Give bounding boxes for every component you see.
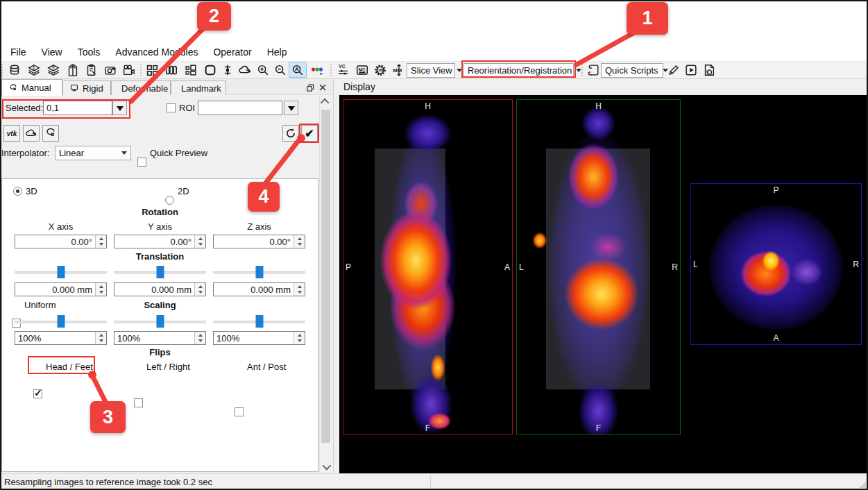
slice-view-combo[interactable]: Slice View [407, 63, 455, 78]
axial-view[interactable]: P L R A [690, 183, 862, 345]
translation-x-spinbox[interactable]: 0.000 mm [15, 282, 107, 296]
spin-down-button[interactable] [96, 289, 106, 296]
operator-scrollbar[interactable] [319, 96, 332, 472]
layers-add-icon[interactable]: + [44, 62, 62, 78]
spin-up-button[interactable] [294, 283, 305, 289]
translation-x-slider[interactable] [15, 266, 107, 278]
spin-down-button[interactable] [195, 242, 205, 248]
menu-view[interactable]: View [34, 44, 70, 60]
spin-up-button[interactable] [294, 332, 305, 338]
menu-tools[interactable]: Tools [70, 44, 108, 60]
crosshair-tool-icon[interactable] [219, 62, 237, 78]
apply-check-button[interactable]: ✔ [301, 125, 318, 142]
data-manager-icon[interactable] [6, 62, 24, 78]
scrollbar-thumb[interactable] [321, 110, 330, 443]
close-panel-icon[interactable] [318, 83, 327, 92]
reorientation-registration-combo[interactable]: Reorientation/Registration [463, 63, 574, 78]
edit-script-pencil-icon[interactable] [665, 62, 683, 78]
subject-icon[interactable] [64, 62, 82, 78]
ant-post-checkbox[interactable] [235, 407, 244, 416]
translation-y-spinbox[interactable]: 0.000 mm [114, 282, 206, 296]
selected-field[interactable]: 0,1 [43, 101, 112, 115]
spin-up-button[interactable] [294, 235, 305, 242]
float-panel-icon[interactable] [305, 83, 315, 92]
rotation-x-spinbox[interactable]: 0.00° [15, 235, 107, 248]
mode-3d-radio[interactable] [13, 187, 22, 196]
rotation-z-spinbox[interactable]: 0.00° [213, 235, 305, 248]
interpolator-combo[interactable]: Linear [55, 146, 131, 160]
slider-handle[interactable] [156, 315, 164, 328]
scaling-z-slider[interactable] [213, 315, 305, 328]
scroll-down-button[interactable] [320, 461, 332, 472]
menu-help[interactable]: Help [259, 44, 295, 60]
zoom-in-icon[interactable] [254, 62, 272, 78]
resize-grip-icon[interactable] [859, 481, 866, 488]
tab-rigid[interactable]: Rigid [62, 81, 111, 95]
clipboard-edit-icon[interactable] [83, 62, 101, 78]
camera-icon[interactable] [101, 62, 119, 78]
quick-preview-checkbox[interactable] [137, 158, 146, 167]
scroll-up-button[interactable] [320, 96, 332, 107]
spin-up-button[interactable] [96, 283, 106, 289]
scaling-y-slider[interactable] [114, 315, 206, 328]
tab-manual[interactable]: Manual [1, 79, 62, 96]
selected-dropdown-button[interactable] [112, 101, 127, 115]
spin-down-button[interactable] [294, 289, 305, 296]
zoom-auto-icon[interactable]: A [289, 62, 307, 78]
zoom-out-icon[interactable] [271, 62, 289, 78]
mc-tool-icon[interactable]: MC [353, 62, 371, 78]
tab-deformable[interactable]: Deformable [111, 81, 171, 95]
om-gear-icon[interactable]: OM [371, 62, 389, 78]
grid-mixed-layout-icon[interactable] [182, 62, 200, 78]
roi-dropdown-button[interactable] [284, 101, 298, 115]
spin-down-button[interactable] [195, 338, 205, 344]
grid-2x2-layout-icon[interactable] [143, 62, 161, 78]
menu-file[interactable]: File [3, 44, 34, 60]
layers-single-icon[interactable]: 1 [25, 62, 43, 78]
vtk-export-button[interactable]: vtk [3, 125, 20, 142]
mm-tool-icon[interactable]: MM [390, 62, 408, 78]
translation-y-slider[interactable] [114, 266, 206, 278]
spin-down-button[interactable] [96, 338, 106, 344]
head-feet-checkbox[interactable] [33, 389, 42, 398]
rotate-cloud-button[interactable] [23, 125, 40, 142]
spin-up-button[interactable] [195, 332, 205, 338]
filmstrip-layout-icon[interactable] [162, 62, 180, 78]
spin-down-button[interactable] [195, 289, 205, 296]
spin-up-button[interactable] [96, 332, 106, 338]
reset-transform-button[interactable] [282, 125, 299, 142]
report-icon[interactable] [700, 62, 718, 78]
spin-up-button[interactable] [96, 235, 106, 242]
scaling-x-spinbox[interactable]: 100% [15, 331, 107, 345]
spin-up-button[interactable] [195, 235, 205, 242]
translation-z-spinbox[interactable]: 0.000 mm [213, 282, 305, 296]
roi-checkbox[interactable] [167, 103, 176, 112]
slider-handle[interactable] [255, 315, 263, 328]
menu-advanced-modules[interactable]: Advanced Modules [108, 44, 205, 60]
single-view-layout-icon[interactable] [201, 62, 219, 78]
spin-up-button[interactable] [195, 283, 205, 289]
coronal-view[interactable]: H L R F [516, 99, 681, 435]
scaling-x-slider[interactable] [15, 315, 107, 328]
slider-handle[interactable] [255, 266, 263, 278]
left-right-checkbox[interactable] [134, 398, 143, 407]
roi-field[interactable] [198, 101, 282, 115]
spin-down-button[interactable] [294, 242, 305, 248]
run-script-play-icon[interactable] [682, 62, 700, 78]
mode-2d-radio[interactable] [165, 196, 174, 205]
spin-down-button[interactable] [294, 338, 305, 344]
quick-scripts-combo[interactable]: Quick Scripts [601, 63, 663, 78]
rotate-view-icon[interactable] [236, 62, 254, 78]
translation-z-slider[interactable] [213, 266, 305, 278]
lasso-tool-button[interactable] [42, 125, 59, 142]
rgb-channels-icon[interactable] [308, 62, 326, 78]
spin-down-button[interactable] [96, 242, 106, 248]
sagittal-view[interactable]: H P A F [343, 99, 513, 435]
slider-handle[interactable] [156, 266, 164, 278]
script-icon[interactable] [584, 62, 602, 78]
menu-operator[interactable]: Operator [205, 44, 259, 60]
video-camera-icon[interactable] [119, 62, 137, 78]
rotation-y-spinbox[interactable]: 0.00° [114, 235, 206, 248]
scaling-y-spinbox[interactable]: 100% [114, 331, 206, 345]
tab-landmark[interactable]: Landmark [171, 81, 226, 95]
